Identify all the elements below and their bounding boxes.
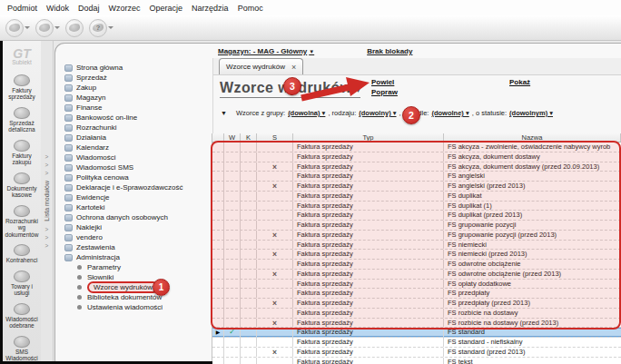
table-row[interactable]: Faktura sprzedaży FS duplikat (1) — [212, 202, 621, 212]
tree-item[interactable]: Kartoteki — [55, 202, 212, 212]
tree-item[interactable]: Magazyn — [55, 93, 212, 103]
table-row[interactable]: Faktura sprzedaży FS standard - niefiska… — [212, 338, 621, 348]
table-row[interactable]: Faktura sprzedaży FS opłaty dodatkowe — [212, 280, 621, 290]
tree-item[interactable]: Ewidencje — [55, 192, 212, 202]
row-selector-cell — [212, 260, 224, 269]
filter-expander-icon[interactable]: ▼ — [221, 110, 227, 116]
mail-icon[interactable] — [34, 18, 61, 38]
tree-item[interactable]: Naklejki — [55, 222, 212, 232]
menu-item[interactable]: Wzorzec — [104, 4, 145, 13]
filter-segment[interactable]: (dowolne) ▾ — [431, 109, 468, 117]
tree-item-label: Wiadomości SMS — [76, 162, 133, 172]
dropdown-caret-icon[interactable] — [25, 26, 30, 32]
cell-w — [224, 280, 241, 289]
menu-item[interactable]: Widok — [42, 4, 74, 13]
module-item[interactable]: Faktury zakupu — [3, 137, 41, 170]
close-icon[interactable]: × — [291, 64, 296, 71]
tree-item[interactable]: Wiadomości SMS — [55, 162, 212, 172]
tree-item[interactable]: Bankowość on-line — [55, 113, 212, 123]
module-item[interactable]: Towary i usługi — [3, 268, 41, 300]
table-row[interactable]: × Faktura sprzedaży FS grupowanie pozycj… — [212, 231, 621, 241]
table-row[interactable]: × Faktura sprzedaży FS przedpłaty (przed… — [212, 299, 621, 309]
module-item[interactable]: Rozrachunki wg dokumentów — [3, 202, 41, 241]
action-popraw[interactable]: Popraw — [371, 88, 398, 96]
table-row[interactable]: Faktura sprzedaży FS duplikat — [212, 192, 621, 202]
row-selector-cell — [212, 319, 224, 328]
table-row[interactable]: Faktura sprzedaży FS angielski — [212, 172, 621, 182]
menu-item[interactable]: Podmiot — [3, 4, 42, 13]
tree-item[interactable]: Działania — [55, 133, 212, 143]
module-item[interactable]: Wiadomości odebrane — [3, 300, 41, 333]
row-selector-cell — [212, 289, 224, 298]
tree-item[interactable]: Administracja — [55, 252, 212, 262]
module-label: Wiadomości odebrane — [4, 316, 40, 330]
cell-typ: Faktura sprzedaży — [293, 182, 444, 191]
cell-w — [224, 270, 241, 279]
table-row[interactable]: × Faktura sprzedaży FS akcyza, dokument … — [212, 162, 621, 172]
menu-item[interactable]: Narzędzia — [187, 4, 233, 13]
module-item[interactable]: Faktury sprzedaży — [3, 72, 41, 104]
table-row[interactable]: × Faktura sprzedaży FS odwrotne obciążen… — [212, 270, 621, 280]
help-icon[interactable]: ? — [88, 18, 114, 38]
module-item[interactable]: Dokumenty kasowe — [3, 170, 41, 202]
table-row[interactable]: Faktura sprzedaży FS rozbicie na dostawy — [212, 309, 621, 319]
tree-item[interactable]: Deklaracje i e-Sprawozdawczość — [55, 182, 212, 192]
row-selector-cell — [212, 172, 224, 181]
row-selector-cell: ▶ — [212, 328, 224, 337]
table-row[interactable]: × Faktura sprzedaży FS angielski (przed … — [212, 182, 621, 192]
table-row[interactable]: Faktura sprzedaży FS tekst — [212, 358, 621, 364]
header-k[interactable]: K — [241, 133, 257, 142]
tree-item[interactable]: Parametry — [55, 262, 212, 272]
table-row[interactable]: Faktura sprzedaży FS niemiecki — [212, 241, 621, 251]
action-pokaz[interactable]: Pokaż — [509, 78, 530, 86]
tree-item[interactable]: Wzorce wydruków 1 — [55, 282, 212, 292]
table-row[interactable]: Faktura sprzedaży FS odwrotne obciążenie — [212, 260, 621, 270]
menu-item[interactable]: Dodaj — [74, 4, 104, 13]
module-item[interactable]: Sprzedaż detaliczna — [3, 104, 41, 137]
filter-segment[interactable]: (dowolnym) ▾ — [509, 109, 553, 117]
header-s[interactable]: S — [257, 133, 293, 142]
header-nazwa[interactable]: Nazwa — [444, 133, 621, 142]
table-row[interactable]: Faktura sprzedaży FS akcyza, dokument do… — [212, 152, 621, 162]
table-row[interactable]: Faktura sprzedaży FS akcyza - zwolnienie… — [212, 143, 621, 152]
dropdown-caret-icon[interactable] — [108, 26, 113, 32]
tree-item[interactable]: Zakup — [55, 83, 212, 93]
tree-item[interactable]: Finanse — [55, 103, 212, 113]
user-icon[interactable] — [64, 18, 84, 38]
table-row[interactable]: × Faktura sprzedaży FS niemiecki (przed … — [212, 250, 621, 260]
table-row[interactable]: ▶ ✓ Faktura sprzedaży FS standard — [212, 328, 621, 338]
dropdown-caret-icon[interactable] — [54, 26, 60, 32]
table-row[interactable]: × Faktura sprzedaży FS rozbicie na dosta… — [212, 319, 621, 329]
tab-wzorce-wydrukow[interactable]: Wzorce wydruków × — [219, 58, 303, 74]
module-item[interactable]: Kontrahenci — [3, 241, 41, 267]
tree-item[interactable]: Strona główna — [55, 63, 212, 73]
lock-status-link[interactable]: Brak blokady — [367, 47, 412, 55]
action-powiel[interactable]: Powiel — [371, 78, 398, 86]
page-title[interactable]: Wzorce wydruków ▾ — [220, 80, 360, 98]
header-typ[interactable]: Typ — [293, 133, 444, 142]
tree-item[interactable]: Ochrona danych osobowych — [55, 212, 212, 222]
tree-item[interactable]: Ustawienia wiadomości — [55, 302, 212, 312]
tree-item[interactable]: Polityka cenowa — [55, 172, 212, 182]
tree-item[interactable]: Sprzedaż — [55, 73, 212, 83]
menu-item[interactable]: Operacje — [145, 4, 188, 13]
table-row[interactable]: Faktura sprzedaży FS grupowanie pozycji — [212, 221, 621, 231]
warehouse-selector[interactable]: Magazyn: - MAG - Główny▼ — [218, 47, 314, 55]
table-row[interactable]: Faktura sprzedaży FS duplikat (przed 201… — [212, 211, 621, 221]
tree-item[interactable]: vendero — [55, 232, 212, 242]
filter-segment[interactable]: (dowolny) ▾ — [359, 109, 396, 117]
tree-item[interactable]: Wiadomości — [55, 152, 212, 162]
tree-item[interactable]: Kalendarz — [55, 143, 212, 152]
tree-item[interactable]: Zestawienia — [55, 242, 212, 252]
table-row[interactable]: × Faktura sprzedaży FS standard (przed 2… — [212, 348, 621, 358]
header-w[interactable]: W — [224, 133, 241, 142]
tree-item[interactable]: Rozrachunki — [55, 123, 212, 133]
menu-item[interactable]: Pomoc — [233, 4, 268, 13]
subject-icon[interactable] — [5, 18, 31, 38]
tree-item[interactable]: Biblioteka dokumentów — [55, 292, 212, 302]
module-list-strip[interactable]: > > > Lista modułów > > > — [41, 41, 54, 361]
tree-item-label: Rozrachunki — [76, 123, 116, 133]
filter-segment[interactable]: (dowolna) ▾ — [288, 109, 325, 117]
module-item[interactable]: SMS Wiadomości robocze — [3, 333, 41, 362]
table-row[interactable]: Faktura sprzedaży FS przedpłaty — [212, 289, 621, 299]
